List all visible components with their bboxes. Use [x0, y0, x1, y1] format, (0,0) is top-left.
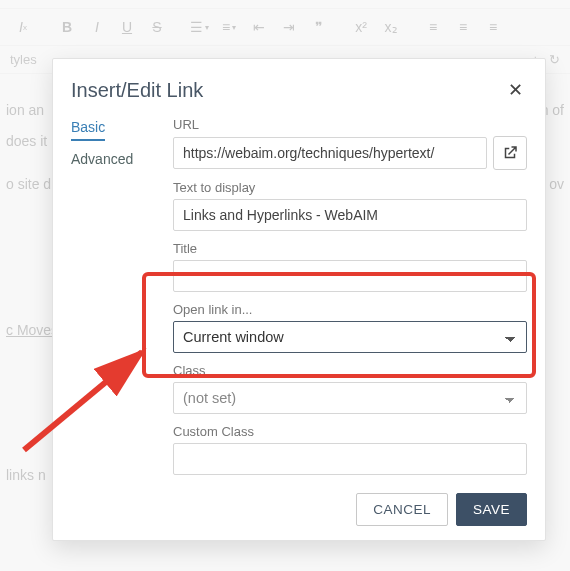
class-select[interactable]: (not set): [173, 382, 527, 414]
tab-basic[interactable]: Basic: [71, 117, 105, 141]
external-link-icon: [501, 144, 519, 162]
text-label: Text to display: [173, 180, 527, 195]
close-icon[interactable]: ✕: [504, 77, 527, 103]
title-input[interactable]: [173, 260, 527, 292]
custom-class-input[interactable]: [173, 443, 527, 475]
class-label: Class: [173, 363, 527, 378]
open-in-select[interactable]: Current window: [173, 321, 527, 353]
custom-class-label: Custom Class: [173, 424, 527, 439]
open-url-button[interactable]: [493, 136, 527, 170]
insert-link-dialog: Insert/Edit Link ✕ Basic Advanced URL Te…: [52, 58, 546, 541]
url-label: URL: [173, 117, 527, 132]
text-input[interactable]: [173, 199, 527, 231]
tab-advanced[interactable]: Advanced: [71, 149, 151, 171]
save-button[interactable]: SAVE: [456, 493, 527, 526]
dialog-tabs: Basic Advanced: [71, 117, 151, 485]
dialog-title: Insert/Edit Link: [71, 79, 203, 102]
url-input[interactable]: [173, 137, 487, 169]
cancel-button[interactable]: CANCEL: [356, 493, 448, 526]
open-in-label: Open link in...: [173, 302, 527, 317]
title-label: Title: [173, 241, 527, 256]
